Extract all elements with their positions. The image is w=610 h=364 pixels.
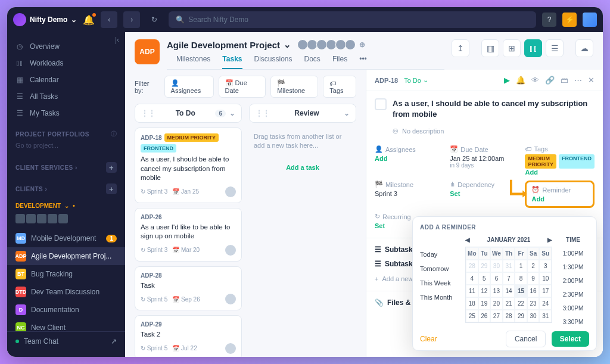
status-dropdown[interactable]: To Do ⌄	[404, 76, 428, 84]
dependency-field[interactable]: ⋔ Dependency Set	[450, 181, 516, 208]
clients-header[interactable]: CLIENTS › +	[7, 175, 125, 197]
project-item[interactable]: BTBug Tracking	[7, 265, 125, 283]
add-button[interactable]: +	[106, 162, 117, 173]
reminder-field[interactable]: ⏰ Reminder Add	[525, 181, 595, 208]
tab-milestones[interactable]: Milestones	[176, 55, 210, 69]
time-option[interactable]: 1:30PM	[557, 260, 589, 274]
project-item[interactable]: NPNew Project	[7, 354, 125, 357]
calendar-day[interactable]: 18	[466, 297, 478, 310]
info-icon[interactable]: ⓘ	[111, 130, 117, 138]
calendar-day[interactable]: 10	[539, 272, 552, 285]
calendar-day[interactable]: 23	[527, 297, 540, 310]
project-item[interactable]: DDocumentation	[7, 301, 125, 319]
calendar-day[interactable]: 13	[490, 285, 503, 297]
tags-field[interactable]: 🏷 Tags MEDIUM PRIORITYFRONTEND Add	[525, 145, 595, 176]
task-card[interactable]: ADP-28 Task ↻ Sprint 5📅 Sep 26	[135, 266, 242, 311]
list-view-icon[interactable]: ☰	[546, 39, 564, 57]
nav-back-button[interactable]: ‹	[101, 11, 117, 28]
quick-option[interactable]: Tomorrow	[420, 265, 460, 272]
time-option[interactable]: 1:00PM	[557, 247, 589, 260]
task-card[interactable]: ADP-29 Task 2 ↻ Sprint 5📅 Jul 22	[135, 315, 242, 357]
nav-item[interactable]: ☰All Tasks	[7, 88, 125, 105]
grid-view-icon[interactable]: ⊞	[503, 39, 521, 57]
quick-option[interactable]: Today	[420, 251, 460, 258]
calendar-day[interactable]: 28	[466, 260, 478, 272]
bolt-icon[interactable]: ⚡	[562, 13, 577, 27]
calendar-day[interactable]: 21	[503, 297, 515, 310]
tab-docs[interactable]: Docs	[304, 55, 320, 69]
description-placeholder[interactable]: ◎ No description	[366, 127, 603, 142]
client-services-header[interactable]: CLIENT SERVICES › +	[7, 154, 125, 175]
filter-due-date[interactable]: 📅 Due Date	[219, 76, 266, 98]
select-button[interactable]: Select	[552, 331, 589, 347]
milestone-field[interactable]: 🏁 Milestone Sprint 3	[375, 181, 441, 208]
nav-forward-button[interactable]: ›	[123, 11, 140, 28]
add-member-icon[interactable]: ⊕	[359, 41, 365, 49]
play-icon[interactable]: ▶	[504, 76, 510, 85]
column-header[interactable]: ⋮⋮To Do6⌄	[135, 104, 242, 123]
nav-item[interactable]: ▦Calendar	[7, 71, 125, 88]
calendar-day[interactable]: 19	[478, 297, 491, 310]
calendar-day[interactable]: 24	[539, 297, 552, 310]
task-title[interactable]: As a user, I should be able to cancel my…	[393, 98, 595, 120]
calendar-day[interactable]: 12	[478, 285, 491, 297]
clear-button[interactable]: Clear	[420, 335, 437, 343]
nav-item[interactable]: ☰My Tasks	[7, 105, 125, 122]
calendar-day[interactable]: 11	[466, 285, 478, 297]
add-task-button[interactable]: Add a task	[249, 160, 356, 175]
eye-icon[interactable]: 👁	[531, 76, 539, 85]
cloud-icon[interactable]: ☁	[575, 39, 593, 57]
calendar-day[interactable]: 3	[539, 260, 552, 272]
calendar-day[interactable]: 9	[527, 272, 540, 285]
nav-item[interactable]: ⫿⫿Workloads	[7, 55, 125, 71]
calendar-day[interactable]: 29	[515, 310, 527, 322]
tab-files[interactable]: Files	[332, 55, 347, 69]
calendar-day[interactable]: 31	[539, 310, 552, 322]
calendar-day[interactable]: 5	[478, 272, 491, 285]
complete-checkbox[interactable]	[375, 98, 387, 110]
calendar-day[interactable]: 25	[466, 310, 478, 322]
cancel-button[interactable]: Cancel	[506, 331, 546, 347]
project-item[interactable]: DTDDev Team Discussion	[7, 283, 125, 301]
calendar-day[interactable]: 14	[503, 285, 515, 297]
calendar-day[interactable]: 22	[515, 297, 527, 310]
calendar-day[interactable]: 6	[490, 272, 503, 285]
search-input[interactable]: 🔍 Search Nifty Demo	[169, 11, 536, 28]
calendar-day[interactable]: 31	[503, 260, 515, 272]
project-item[interactable]: ADPAgile Development Proj...	[7, 247, 125, 265]
bell-icon[interactable]: 🔔	[516, 76, 525, 85]
next-month-icon[interactable]: ▶	[547, 237, 552, 243]
task-card[interactable]: ADP-26 As a user I'd like to be able to …	[135, 208, 242, 262]
tab-discussions[interactable]: Discussions	[254, 55, 292, 69]
calendar-day[interactable]: 7	[503, 272, 515, 285]
time-option[interactable]: 3:00PM	[557, 301, 589, 315]
development-header[interactable]: DEVELOPMENT⌄•	[7, 197, 125, 211]
calendar-day[interactable]: 1	[515, 260, 527, 272]
quick-option[interactable]: This Week	[420, 279, 460, 287]
time-option[interactable]: 2:30PM	[557, 288, 589, 301]
calendar-day[interactable]: 8	[515, 272, 527, 285]
archive-icon[interactable]: 🗃	[561, 76, 568, 85]
quick-option[interactable]: This Month	[420, 294, 460, 301]
brand[interactable]: Nifty Demo ⌄	[13, 13, 77, 26]
share-button[interactable]: ↥	[452, 39, 469, 57]
calendar-day[interactable]: 27	[490, 310, 503, 322]
time-option[interactable]: 3:30PM	[557, 315, 589, 329]
tab-•••[interactable]: •••	[359, 55, 367, 69]
due-date-field[interactable]: 📅 Due Date Jan 25 at 12:00am in 9 days	[450, 145, 516, 176]
project-members[interactable]	[300, 39, 356, 50]
calendar-day[interactable]: 29	[478, 260, 491, 272]
more-icon[interactable]: ⋯	[574, 76, 582, 85]
filter-milestone[interactable]: 🏁 Milestone	[270, 76, 318, 98]
time-option[interactable]: 2:00PM	[557, 274, 589, 288]
calendar-day[interactable]: 30	[490, 260, 503, 272]
close-icon[interactable]: ✕	[588, 76, 595, 85]
calendar-day[interactable]: 4	[466, 272, 478, 285]
tab-tasks[interactable]: Tasks	[222, 55, 242, 69]
column-header[interactable]: ⋮⋮Review⌄	[249, 104, 356, 123]
assignees-field[interactable]: 👤 Assignees Add	[375, 145, 441, 176]
link-icon[interactable]: 🔗	[545, 76, 555, 85]
calendar-day[interactable]: 20	[490, 297, 503, 310]
project-item[interactable]: MDMobile Development1	[7, 229, 125, 247]
bell-icon[interactable]: 🔔	[83, 14, 95, 26]
